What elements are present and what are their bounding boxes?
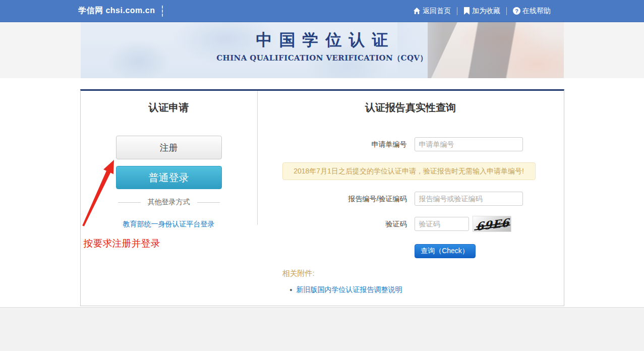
help-icon: ?	[513, 7, 520, 15]
captcha-text: 69E6	[476, 216, 510, 232]
banner-title: 中国学位认证	[81, 29, 564, 51]
normal-login-button[interactable]: 普通登录	[116, 166, 222, 189]
home-icon	[413, 7, 421, 15]
spacer	[0, 78, 644, 89]
attachments-title: 相关附件:	[282, 269, 564, 278]
application-section: 认证申请 注册 普通登录 其他登录方式 教育部统一身份认证平台登录 按要求注册并…	[81, 91, 258, 306]
check-button[interactable]: 查询（Check）	[415, 244, 476, 258]
banner-row: 中国学位认证 CHINA QUALIFICATION VERIFICATION（…	[0, 22, 644, 78]
divider-line	[197, 202, 220, 203]
application-number-input[interactable]	[415, 137, 523, 151]
attachment-item: • 新旧版国内学位认证报告调整说明	[290, 285, 564, 295]
notice-banner: 2018年7月1日之后提交的学位认证申请，验证报告时无需输入申请单编号!	[282, 162, 536, 180]
nav-separator	[457, 7, 457, 15]
application-inner: 认证申请 注册 普通登录 其他登录方式 教育部统一身份认证平台登录	[81, 91, 258, 225]
captcha-image[interactable]: 69E6	[473, 216, 511, 232]
red-annotation-text: 按要求注册并登录	[84, 237, 160, 250]
register-button[interactable]: 注册	[116, 136, 222, 159]
banner-subtitle: CHINA QUALIFICATION VERIFICATION（CQV）	[81, 53, 564, 63]
captcha-input[interactable]	[415, 217, 469, 231]
application-number-label: 申请单编号	[258, 137, 407, 151]
verification-section: 认证报告真实性查询 申请单编号 2018年7月1日之后提交的学位认证申请，验证报…	[258, 91, 564, 306]
moe-sso-login-link[interactable]: 教育部统一身份认证平台登录	[123, 220, 215, 229]
nav-home-link[interactable]: 返回首页	[413, 7, 451, 16]
main-panel: 认证申请 注册 普通登录 其他登录方式 教育部统一身份认证平台登录 按要求注册并…	[80, 89, 564, 306]
footer-background	[0, 307, 644, 351]
captcha-label: 验证码	[258, 217, 407, 231]
other-login-label: 其他登录方式	[148, 198, 190, 207]
page: 学信网 chsi.com.cn 返回首页 加为收藏 ? 在线帮助	[0, 0, 644, 351]
captcha-row: 验证码 69E6	[258, 217, 564, 232]
attachment-link[interactable]: 新旧版国内学位认证报告调整说明	[296, 285, 402, 295]
navbar-links: 返回首页 加为收藏 ? 在线帮助	[413, 7, 551, 16]
report-number-row: 报告编号/验证编码	[258, 192, 564, 206]
banner-text: 中国学位认证 CHINA QUALIFICATION VERIFICATION（…	[81, 29, 564, 63]
application-number-row: 申请单编号	[258, 137, 564, 151]
site-logo[interactable]: 学信网 chsi.com.cn	[78, 6, 155, 16]
top-navbar: 学信网 chsi.com.cn 返回首页 加为收藏 ? 在线帮助	[0, 0, 644, 22]
other-login-divider: 其他登录方式	[81, 198, 257, 207]
divider-line	[118, 202, 141, 203]
bullet: •	[290, 286, 292, 294]
nav-bookmark-label: 加为收藏	[472, 7, 500, 16]
report-number-input[interactable]	[415, 192, 523, 206]
nav-bookmark-link[interactable]: 加为收藏	[463, 7, 500, 16]
banner: 中国学位认证 CHINA QUALIFICATION VERIFICATION（…	[81, 22, 564, 78]
nav-help-label: 在线帮助	[522, 7, 551, 16]
nav-help-link[interactable]: ? 在线帮助	[513, 7, 551, 16]
bookmark-icon	[463, 7, 470, 15]
verification-title: 认证报告真实性查询	[258, 101, 564, 114]
nav-separator	[506, 7, 507, 15]
application-title: 认证申请	[81, 101, 257, 114]
brand-separator	[162, 6, 163, 17]
nav-home-label: 返回首页	[423, 7, 451, 16]
report-number-label: 报告编号/验证编码	[258, 192, 407, 206]
